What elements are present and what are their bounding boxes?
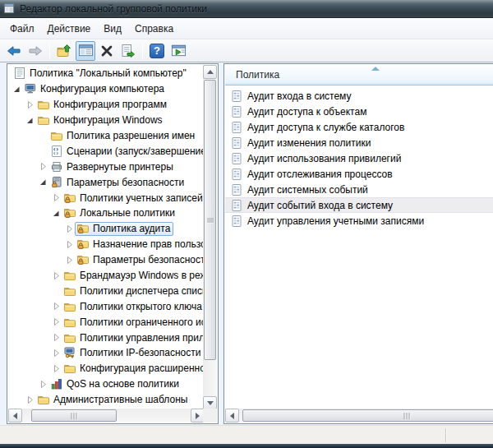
tree-node[interactable]: Брандмауэр Windows в режиме повышенной б… xyxy=(62,269,205,283)
list-item[interactable]: Аудит входа в систему xyxy=(225,88,493,104)
tree-hscroll-thumb[interactable] xyxy=(31,409,117,422)
scroll-left-button[interactable] xyxy=(8,409,22,423)
export-list-button[interactable] xyxy=(118,41,138,61)
tree-item[interactable]: Административные шаблоны xyxy=(8,392,205,408)
tree-item[interactable]: Политики управления приложениями xyxy=(8,330,205,345)
titlebar[interactable]: Редактор локальной групповой политики xyxy=(0,0,493,18)
tree-item[interactable]: Конфигурация Windows xyxy=(8,113,205,128)
expander-open-icon[interactable] xyxy=(25,114,35,127)
tree-item[interactable]: Политики учетных записей xyxy=(8,190,205,206)
tree-node[interactable]: Политики ограниченного использования про… xyxy=(62,315,205,329)
tree-node[interactable]: Назначение прав пользователя xyxy=(75,238,205,252)
list-item[interactable]: Аудит системных событий xyxy=(225,182,493,197)
list-item[interactable]: Аудит событий входа в систему xyxy=(225,197,493,213)
folder-lock-icon xyxy=(76,238,90,251)
menu-view[interactable]: Вид xyxy=(97,21,128,37)
expander-closed-icon[interactable] xyxy=(51,363,62,375)
tree-item[interactable]: Конфигурация программ xyxy=(8,97,205,113)
list-item[interactable]: Аудит отслеживания процессов xyxy=(225,166,493,182)
expander-closed-icon[interactable] xyxy=(51,316,62,328)
delete-button[interactable] xyxy=(97,41,117,61)
forward-button[interactable] xyxy=(25,41,45,61)
expander-closed-icon[interactable] xyxy=(51,347,62,359)
expander-closed-icon[interactable] xyxy=(25,99,35,111)
tree-node[interactable]: Политика разрешения имен xyxy=(48,129,198,143)
expander-closed-icon[interactable] xyxy=(64,223,75,235)
tree-node[interactable]: Сценарии (запуск/завершение) xyxy=(48,144,205,158)
expander-open-icon[interactable] xyxy=(38,176,48,188)
expander-closed-icon[interactable] xyxy=(51,331,62,344)
tree-node[interactable]: Политики управления приложениями xyxy=(62,330,205,344)
tree-node[interactable]: Конфигурация Windows xyxy=(35,113,166,127)
tree-vscroll-thumb[interactable] xyxy=(204,80,216,360)
expander-closed-icon[interactable] xyxy=(51,300,62,312)
list-item[interactable]: Аудит доступа к объектам xyxy=(225,104,493,119)
tree-item[interactable]: Политики открытого ключа xyxy=(8,298,205,314)
expander-open-icon[interactable] xyxy=(51,207,62,219)
expander-closed-icon[interactable] xyxy=(64,254,75,266)
list-hscroll-thumb[interactable] xyxy=(242,409,493,422)
menu-file[interactable]: Файл xyxy=(3,21,41,37)
tree-item[interactable]: Параметры безопасности xyxy=(8,252,205,268)
tree-item[interactable]: Назначение прав пользователя xyxy=(8,237,205,252)
tree-item[interactable]: Локальные политики xyxy=(8,206,205,221)
show-hide-console-tree-button[interactable] xyxy=(76,41,95,61)
tree-horizontal-scrollbar[interactable] xyxy=(8,409,205,423)
tree-item[interactable]: Политика аудита xyxy=(8,221,205,237)
tree-item-label: Развернутые принтеры xyxy=(67,161,173,173)
tree-node[interactable]: Политики диспетчера списка сетей xyxy=(62,284,205,298)
tree-item[interactable]: Брандмауэр Windows в режиме повышенной б… xyxy=(8,268,205,284)
tree-node[interactable]: QoS на основе политики xyxy=(48,377,182,391)
tree-item[interactable]: QoS на основе политики xyxy=(8,376,205,392)
tree-node[interactable]: Конфигурация программ xyxy=(35,98,170,112)
tree-node[interactable]: Конфигурация расширенной политики аудита xyxy=(62,362,205,376)
list-horizontal-scrollbar[interactable] xyxy=(225,409,493,423)
up-one-level-button[interactable] xyxy=(54,41,74,61)
list-item[interactable]: Аудит управления учетными записями xyxy=(225,213,493,229)
column-header-policy[interactable]: Политика xyxy=(225,65,493,85)
back-button[interactable] xyxy=(4,41,24,61)
tree-item[interactable]: Политики диспетчера списка сетей xyxy=(8,283,205,298)
tree-item[interactable]: Сценарии (запуск/завершение) xyxy=(8,143,205,159)
scroll-up-button[interactable] xyxy=(203,65,217,79)
tree-node[interactable]: Параметры безопасности xyxy=(48,175,187,189)
sort-ascending-icon xyxy=(371,67,380,71)
computer-icon xyxy=(24,82,37,95)
list-item[interactable]: Аудит использования привилегий xyxy=(225,150,493,166)
tree-item[interactable]: Развернутые принтеры xyxy=(8,159,205,174)
expander-closed-icon[interactable] xyxy=(51,270,62,282)
expander-open-icon[interactable] xyxy=(12,83,22,95)
tree-node[interactable]: Конфигурация компьютера xyxy=(22,82,168,96)
expander-closed-icon[interactable] xyxy=(38,160,48,173)
tree-node[interactable]: Политики IP-безопасности на "Локальный к… xyxy=(62,346,205,360)
expander-closed-icon[interactable] xyxy=(64,238,75,251)
help-button[interactable]: ? xyxy=(147,41,167,61)
tree-node[interactable]: Параметры безопасности xyxy=(75,253,205,267)
tree-node[interactable]: Локальные политики xyxy=(62,206,178,220)
tree-item[interactable]: Политики IP-безопасности на "Локальный к… xyxy=(8,345,205,361)
tree-node[interactable]: Политика "Локальный компьютер" xyxy=(12,67,190,81)
expander-closed-icon[interactable] xyxy=(51,192,62,204)
tree-item[interactable]: Политика разрешения имен xyxy=(8,128,205,144)
folder-lock-icon xyxy=(76,222,90,235)
menu-action[interactable]: Действие xyxy=(41,21,98,37)
tree-item[interactable]: Политики ограниченного использования про… xyxy=(8,314,205,330)
scroll-left-button[interactable] xyxy=(225,409,239,423)
show-window-button[interactable] xyxy=(168,41,188,61)
expander-closed-icon[interactable] xyxy=(38,378,48,390)
tree-node[interactable]: Развернутые принтеры xyxy=(48,159,177,173)
tree-item[interactable]: Параметры безопасности xyxy=(8,174,205,190)
list-item[interactable]: Аудит доступа к службе каталогов xyxy=(225,119,493,135)
tree-node[interactable]: Политика аудита xyxy=(75,222,173,236)
list-item[interactable]: Аудит изменения политики xyxy=(225,135,493,150)
tree-vertical-scrollbar[interactable] xyxy=(203,65,217,410)
tree-item[interactable]: Политика "Локальный компьютер" xyxy=(8,66,205,81)
tree-node[interactable]: Политики учетных записей xyxy=(62,191,205,205)
tree-item-label: Политики открытого ключа xyxy=(80,301,202,312)
tree-item[interactable]: Конфигурация компьютера xyxy=(8,81,205,97)
menu-help[interactable]: Справка xyxy=(128,21,180,37)
tree-item[interactable]: Конфигурация расширенной политики аудита xyxy=(8,361,205,376)
expander-closed-icon[interactable] xyxy=(25,394,35,406)
tree-node[interactable]: Административные шаблоны xyxy=(35,393,191,407)
tree-node[interactable]: Политики открытого ключа xyxy=(62,299,205,313)
